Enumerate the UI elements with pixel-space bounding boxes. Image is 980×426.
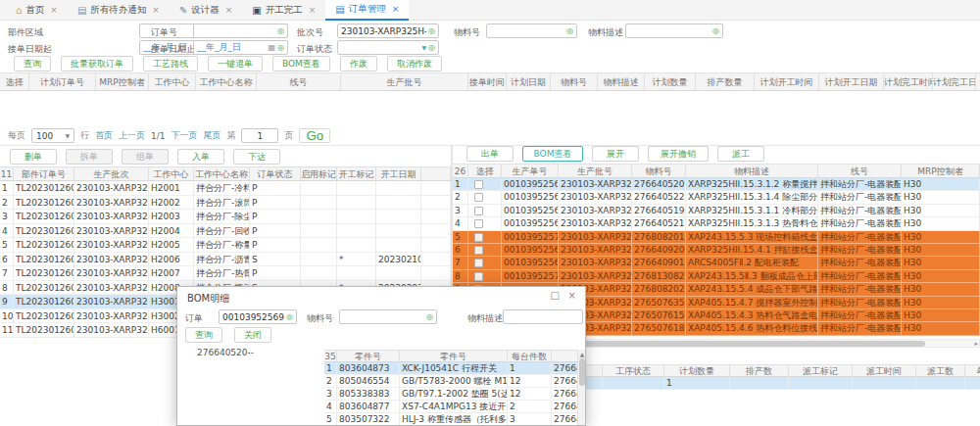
- stock-in-button[interactable]: 入单: [177, 149, 224, 165]
- tab-designer[interactable]: ✎ 设计器 ×: [170, 0, 242, 21]
- close-icon[interactable]: ×: [225, 5, 233, 15]
- scroll-up-icon[interactable]: ▲: [578, 351, 586, 357]
- table-row[interactable]: 5TL202301260006230103-XARP325H-1/3H2005拌…: [0, 238, 451, 253]
- modal-desc-value[interactable]: [507, 312, 579, 322]
- modal-order-input[interactable]: ◎: [219, 309, 297, 324]
- table-row[interactable]: 4803604877XS7-C4A1MPG13 接近开关2276640: [324, 401, 579, 413]
- order-status-value[interactable]: [341, 43, 421, 53]
- lookup-icon[interactable]: ◎: [566, 26, 573, 35]
- table-row[interactable]: 1001039525690230103-XARP325H-1/327664052…: [453, 178, 980, 191]
- table-row[interactable]: 2001039525692230103-XARP325H-1/327664052…: [453, 191, 980, 204]
- lookup-icon[interactable]: ◎: [277, 26, 284, 35]
- lookup-icon[interactable]: ◎: [286, 312, 293, 321]
- cancel-void-button[interactable]: 取消作废: [387, 56, 442, 71]
- tab-order-management[interactable]: ▤ 订单管理 ×: [325, 0, 409, 21]
- one-click-return-button[interactable]: 一键退单: [208, 56, 263, 71]
- maximize-icon[interactable]: □: [551, 290, 560, 301]
- tab-todo-notices[interactable]: ▤ 所有待办通知 ×: [68, 0, 170, 21]
- scroll-right-icon[interactable]: ▸: [974, 340, 978, 348]
- row-checkbox[interactable]: [474, 219, 483, 228]
- order-no-input[interactable]: ◎: [193, 24, 288, 38]
- batch-fetch-orders-button[interactable]: 批量获取订单: [61, 56, 133, 71]
- table-row[interactable]: 8001039525713230103-XARP325H-1/327681308…: [453, 270, 980, 283]
- last-page-link[interactable]: 尾页: [203, 129, 220, 142]
- close-icon[interactable]: ×: [568, 290, 576, 301]
- page-jump-input[interactable]: [241, 128, 278, 143]
- combine-order-button[interactable]: 组单: [122, 149, 169, 165]
- order-status-select[interactable]: ▼ ◎: [337, 40, 439, 55]
- table-row[interactable]: 1TL202301260005230103-XARP325H-1/3H2001拌…: [0, 181, 451, 196]
- row-checkbox[interactable]: [474, 246, 483, 255]
- per-page-select[interactable]: 100 ▼: [31, 128, 74, 143]
- split-order-button[interactable]: 拆单: [66, 149, 113, 165]
- modal-desc-input[interactable]: [503, 309, 583, 324]
- material-desc-input[interactable]: ◎: [625, 24, 723, 38]
- cell-start_flag: *: [337, 253, 376, 267]
- table-row[interactable]: 6TL202301260011230103-XARP325H-1/3H2006拌…: [0, 253, 451, 267]
- date-to-value[interactable]: [197, 43, 268, 53]
- close-icon[interactable]: ×: [392, 4, 400, 14]
- row-checkbox[interactable]: [474, 233, 483, 242]
- next-page-link[interactable]: 下一页: [171, 129, 197, 142]
- batch-input[interactable]: ◎: [337, 24, 439, 38]
- modal-query-button[interactable]: 查询: [185, 327, 222, 343]
- table-row[interactable]: 7001039525694230103-XARP325H-1/327664090…: [453, 257, 980, 269]
- tab-home[interactable]: ⌂ 首页 ×: [6, 0, 68, 21]
- row-checkbox[interactable]: [474, 207, 483, 215]
- bom-view-button[interactable]: BOM查看: [272, 56, 330, 71]
- lookup-icon[interactable]: ◎: [277, 43, 284, 52]
- row-checkbox[interactable]: [474, 259, 483, 267]
- lookup-icon[interactable]: ◎: [428, 43, 435, 52]
- lookup-icon[interactable]: ◎: [428, 26, 435, 35]
- modal-material-value[interactable]: [343, 312, 424, 322]
- void-button[interactable]: 作废: [340, 56, 377, 71]
- vertical-scrollbar[interactable]: ▲: [577, 350, 585, 425]
- dispatch-button[interactable]: 派工: [717, 146, 764, 162]
- table-row[interactable]: 3TL202301260001230103-XARP325H-1/3H2003拌…: [0, 210, 451, 224]
- bom-view-button[interactable]: BOM查看: [522, 146, 583, 162]
- first-page-link[interactable]: 首页: [95, 129, 113, 142]
- go-button[interactable]: Go: [299, 128, 330, 143]
- release-button[interactable]: 下达: [233, 149, 280, 165]
- process-route-button[interactable]: 工艺路线: [143, 56, 198, 71]
- expand-button[interactable]: 展开: [592, 146, 639, 162]
- table-row[interactable]: 5803507322HLJ-3 称重传感器（托利多）3276640: [324, 413, 579, 426]
- row-checkbox[interactable]: [474, 180, 483, 189]
- calendar-icon[interactable]: ▦: [268, 43, 275, 52]
- material-value[interactable]: [490, 26, 564, 36]
- modal-material-input[interactable]: ◎: [339, 309, 437, 324]
- lookup-icon[interactable]: ◎: [712, 26, 719, 35]
- table-row[interactable]: 6001039525696230103-XARP325H-1/327664092…: [453, 244, 980, 257]
- close-icon[interactable]: ×: [50, 5, 58, 15]
- table-row[interactable]: 4TL202301260003230103-XARP325H-1/3H2004拌…: [0, 224, 451, 239]
- modal-close-button[interactable]: 关闭: [234, 327, 271, 343]
- row-checkbox[interactable]: [474, 272, 483, 281]
- delete-order-button[interactable]: 删单: [10, 149, 57, 165]
- close-icon[interactable]: ×: [152, 5, 160, 15]
- lookup-icon[interactable]: ◎: [426, 312, 433, 321]
- row-checkbox[interactable]: [474, 193, 483, 202]
- tab-start-finish[interactable]: ▣ 开工完工 ×: [242, 0, 325, 21]
- close-icon[interactable]: ×: [309, 5, 317, 15]
- table-row[interactable]: 4001039525691230103-XARP325H-1/327664052…: [453, 217, 980, 230]
- batch-value[interactable]: [341, 26, 426, 36]
- bom-tree-node[interactable]: 276640520--: [197, 348, 254, 357]
- chevron-down-icon: ▼: [421, 44, 426, 51]
- material-desc-value[interactable]: [629, 26, 710, 36]
- table-row[interactable]: 7TL202301260004230103-XARP325H-1/3H2007拌…: [0, 266, 451, 281]
- date-to-input[interactable]: ▦ ◎: [193, 40, 288, 55]
- table-row[interactable]: 5001039525709230103-XARP325H-1/327680820…: [453, 231, 980, 244]
- prev-page-link[interactable]: 上一页: [119, 129, 145, 142]
- query-button[interactable]: 查询: [14, 56, 51, 71]
- issue-order-button[interactable]: 出单: [466, 146, 514, 162]
- table-row[interactable]: 2805046554GB/T5783-2000 螺栓 M12×60(达克1227…: [324, 375, 579, 388]
- modal-order-value[interactable]: [222, 312, 284, 322]
- table-row[interactable]: 2TL202301260010230103-XARP325H-1/3H2002拌…: [0, 196, 451, 211]
- table-row[interactable]: 3805338383GB/T97.1-2002 垫圈 5(达克罗)1227664…: [324, 388, 579, 401]
- expand-undo-button[interactable]: 展开撤销: [648, 146, 709, 162]
- material-input[interactable]: ◎: [486, 24, 577, 38]
- table-row[interactable]: 1803604873XCK-J10541C 行程开关1276640: [324, 362, 579, 375]
- scrollbar-thumb[interactable]: [579, 358, 585, 386]
- table-row[interactable]: 3001039525689230103-XARP325H-1/327664051…: [453, 205, 980, 217]
- order-no-value[interactable]: [197, 26, 275, 36]
